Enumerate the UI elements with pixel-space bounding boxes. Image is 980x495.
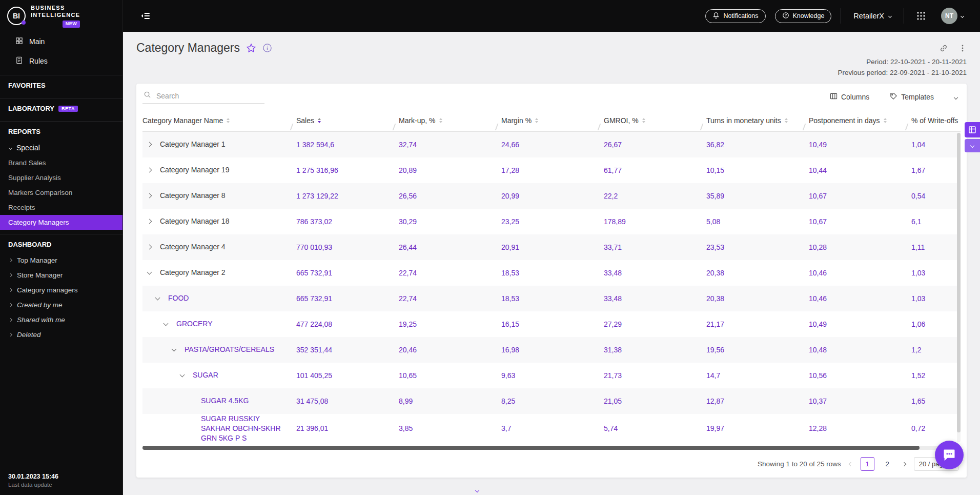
cell-margin[interactable]: 3,7 (501, 424, 604, 432)
table-row[interactable]: FOOD 665 732,91 22,74 18,53 33,48 20,38 … (142, 286, 961, 311)
sort-icon[interactable] (318, 118, 321, 123)
apps-grid-button[interactable] (913, 11, 929, 21)
info-button[interactable] (262, 43, 272, 53)
cell-writeoffs[interactable]: 1,52 (911, 371, 961, 380)
notifications-button[interactable]: Notifications (705, 9, 765, 23)
cell-sales[interactable]: 1 382 594,6 (296, 141, 399, 149)
next-page-button[interactable] (901, 461, 908, 468)
cell-writeoffs[interactable]: 1,2 (911, 346, 961, 354)
row-name-link[interactable]: Category Manager 1 (160, 140, 226, 149)
sort-icon[interactable] (227, 118, 230, 123)
cell-turns[interactable]: 10,15 (706, 166, 809, 174)
cell-turns[interactable]: 35,89 (706, 192, 809, 200)
cell-postponement[interactable]: 10,28 (809, 243, 911, 251)
vertical-scrollbar[interactable] (957, 133, 961, 442)
cell-margin[interactable]: 17,28 (501, 166, 604, 174)
horizontal-scrollbar[interactable] (142, 446, 961, 450)
table-row[interactable]: SUGAR RUSSKIY SAKHAR OBCHN-SKHR GRN 5KG … (142, 414, 961, 443)
cell-turns[interactable]: 20,38 (706, 269, 809, 277)
table-row[interactable]: SUGAR 4.5KG 31 475,08 8,99 8,25 21,05 12… (142, 388, 961, 414)
cell-markup[interactable]: 22,74 (399, 269, 501, 277)
bottom-panel-expand-icon[interactable] (476, 485, 479, 494)
table-row[interactable]: Category Manager 8 1 273 129,22 26,56 20… (142, 183, 961, 209)
column-header[interactable]: GMROI, % (604, 116, 706, 125)
cell-turns[interactable]: 19,97 (706, 424, 809, 432)
column-resize-handle[interactable] (495, 124, 499, 130)
cell-margin[interactable]: 23,25 (501, 217, 604, 226)
table-row[interactable]: Category Manager 1 1 382 594,6 32,74 24,… (142, 132, 961, 157)
share-link-button[interactable] (939, 44, 948, 53)
page-2-button[interactable]: 2 (881, 457, 894, 471)
table-row[interactable]: Category Manager 18 786 373,02 30,29 23,… (142, 209, 961, 234)
cell-gmroi[interactable]: 33,48 (604, 269, 706, 277)
cell-sales[interactable]: 101 405,25 (296, 371, 399, 380)
cell-margin[interactable]: 16,15 (501, 320, 604, 328)
table-row[interactable]: GROCERY 477 224,08 19,25 16,15 27,29 21,… (142, 311, 961, 337)
column-header[interactable]: Postponement in days (809, 116, 911, 125)
cell-markup[interactable]: 26,44 (399, 243, 501, 251)
table-row[interactable]: Category Manager 19 1 275 316,96 20,89 1… (142, 157, 961, 183)
cell-gmroi[interactable]: 33,48 (604, 294, 706, 303)
cell-writeoffs[interactable]: 1,03 (911, 269, 961, 277)
row-name-link[interactable]: Category Manager 8 (160, 191, 226, 201)
cell-sales[interactable]: 31 475,08 (296, 397, 399, 405)
cell-sales[interactable]: 21 396,01 (296, 424, 399, 432)
sort-icon[interactable] (535, 118, 538, 123)
sort-icon[interactable] (884, 118, 887, 123)
table-row[interactable]: Category Manager 2 665 732,91 22,74 18,5… (142, 260, 961, 286)
cell-postponement[interactable]: 10,46 (809, 294, 911, 303)
cell-postponement[interactable]: 10,49 (809, 320, 911, 328)
cell-writeoffs[interactable]: 1,67 (911, 166, 961, 174)
cell-gmroi[interactable]: 26,67 (604, 141, 706, 149)
side-panel-collapse-button[interactable] (965, 139, 980, 152)
cell-markup[interactable]: 30,29 (399, 217, 501, 226)
cell-writeoffs[interactable]: 0,54 (911, 192, 961, 200)
cell-writeoffs[interactable]: 1,04 (911, 141, 961, 149)
cell-postponement[interactable]: 12,28 (809, 424, 911, 432)
sidebar-report-item[interactable]: Supplier Analysis (0, 170, 122, 185)
sidebar-item-rules[interactable]: Rules (0, 51, 122, 71)
cell-postponement[interactable]: 10,46 (809, 269, 911, 277)
sidebar-dashboard-item[interactable]: Deleted (0, 327, 122, 342)
cell-gmroi[interactable]: 21,05 (604, 397, 706, 405)
templates-button[interactable]: Templates (887, 92, 937, 102)
row-name-link[interactable]: SUGAR (193, 370, 218, 380)
collapse-toolbar-button[interactable] (951, 92, 961, 101)
cell-margin[interactable]: 16,98 (501, 346, 604, 354)
cell-turns[interactable]: 20,38 (706, 294, 809, 303)
cell-sales[interactable]: 1 275 316,96 (296, 166, 399, 174)
sidebar-group-special[interactable]: Special (0, 140, 122, 155)
expand-chevron[interactable] (148, 143, 160, 146)
cell-turns[interactable]: 19,56 (706, 346, 809, 354)
expand-chevron[interactable] (180, 374, 193, 377)
column-resize-handle[interactable] (803, 124, 806, 130)
cell-sales[interactable]: 665 732,91 (296, 269, 399, 277)
cell-postponement[interactable]: 10,48 (809, 346, 911, 354)
cell-sales[interactable]: 786 373,02 (296, 217, 399, 226)
column-resize-handle[interactable] (905, 124, 909, 130)
sidebar-dashboard-item[interactable]: Top Manager (0, 253, 122, 268)
sidebar-dashboard-item[interactable]: Store Manager (0, 268, 122, 283)
row-name-link[interactable]: PASTA/GROATS/CEREALS (185, 345, 274, 354)
cell-turns[interactable]: 12,87 (706, 397, 809, 405)
cell-margin[interactable]: 24,66 (501, 141, 604, 149)
cell-postponement[interactable]: 10,67 (809, 217, 911, 226)
column-resize-handle[interactable] (290, 124, 294, 130)
cell-writeoffs[interactable]: 0,72 (911, 424, 961, 432)
cell-sales[interactable]: 665 732,91 (296, 294, 399, 303)
cell-margin[interactable]: 20,99 (501, 192, 604, 200)
table-row[interactable]: SUGAR 101 405,25 10,65 9,63 21,73 14,7 1… (142, 363, 961, 388)
cell-markup[interactable]: 22,74 (399, 294, 501, 303)
open-side-panel-button[interactable] (965, 122, 980, 137)
cell-markup[interactable]: 8,99 (399, 397, 501, 405)
table-row[interactable]: Category Manager 4 770 010,93 26,44 20,9… (142, 234, 961, 260)
search-input[interactable] (155, 91, 263, 101)
sort-icon[interactable] (785, 118, 788, 123)
cell-gmroi[interactable]: 22,2 (604, 192, 706, 200)
cell-writeoffs[interactable]: 1,03 (911, 294, 961, 303)
cell-postponement[interactable]: 10,67 (809, 192, 911, 200)
row-name-link[interactable]: SUGAR RUSSKIY SAKHAR OBCHN-SKHR GRN 5KG … (201, 414, 290, 443)
column-resize-handle[interactable] (393, 124, 396, 130)
sidebar-item-main[interactable]: Main (0, 32, 122, 51)
cell-gmroi[interactable]: 5,74 (604, 424, 706, 432)
